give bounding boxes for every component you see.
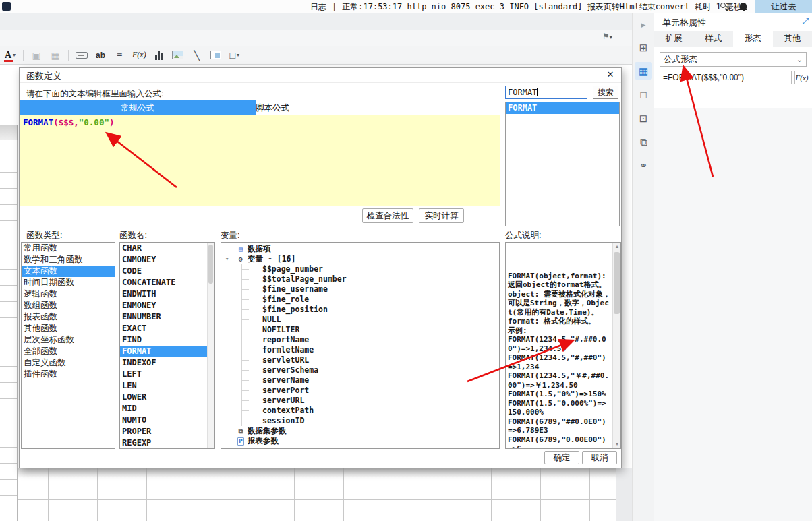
function-name-item[interactable]: EXACT <box>120 323 214 334</box>
grid-icon[interactable]: ▦ <box>49 48 61 63</box>
variable-tree-item[interactable]: ▤数据项 <box>221 244 499 254</box>
search-icon[interactable] <box>720 3 728 11</box>
panel-tab[interactable]: 扩展 <box>654 31 694 47</box>
ok-button[interactable]: 确定 <box>544 451 579 464</box>
function-name-item[interactable]: LOWER <box>120 392 214 403</box>
function-name-item[interactable]: ENMONEY <box>120 300 214 311</box>
search-button[interactable]: 搜索 <box>593 86 618 99</box>
search-result-item[interactable]: FORMAT <box>506 102 619 114</box>
pointer-icon[interactable]: ╲ <box>191 48 203 63</box>
chart-icon[interactable] <box>153 48 165 63</box>
formula-tab[interactable]: 常规公式 <box>20 100 256 115</box>
function-name-item[interactable]: FORMAT <box>120 346 214 357</box>
check-validity-button[interactable]: 检查合法性 <box>362 208 413 223</box>
shape-type-dropdown[interactable]: 公式形态 ⌄ <box>660 52 807 67</box>
cell-element-panel-button[interactable]: □ <box>635 86 652 103</box>
function-name-item[interactable]: ENDWITH <box>120 288 214 300</box>
scrollbar[interactable] <box>207 243 214 448</box>
text-label-button[interactable]: ab <box>94 48 107 63</box>
function-name-item[interactable]: CONCATENATE <box>120 277 214 288</box>
function-name-item[interactable]: CHAR <box>120 243 214 254</box>
export-flag-button[interactable]: ⚑▾ <box>602 32 612 41</box>
merge-cells-icon[interactable]: ▣ <box>30 48 42 63</box>
formula-button[interactable]: F(x) <box>132 48 146 63</box>
skip-button[interactable]: 让过去 <box>755 0 812 13</box>
formula-editor[interactable]: FORMAT($$$,"0.00") <box>20 115 500 206</box>
function-name-item[interactable]: REGEXP <box>120 437 214 449</box>
scroll-down-icon[interactable]: ▼ <box>613 440 621 448</box>
hyperlink-panel-button[interactable]: ⚭ <box>635 156 652 174</box>
text-field-icon[interactable] <box>76 48 88 63</box>
sheet-corner-cell[interactable] <box>0 125 18 140</box>
variable-tree-item[interactable]: $fine_role <box>221 295 499 305</box>
function-name-item[interactable]: CNMONEY <box>120 254 214 266</box>
float-element-panel-button[interactable]: ⧉ <box>635 133 652 150</box>
function-type-item[interactable]: 时间日期函数 <box>22 277 115 288</box>
function-type-item[interactable]: 层次坐标函数 <box>22 334 115 346</box>
panel-tab[interactable]: 样式 <box>694 31 734 47</box>
bell-icon[interactable] <box>739 2 747 11</box>
function-name-item[interactable]: FIND <box>120 334 214 346</box>
cell-attributes-panel-button[interactable]: ▦ <box>635 62 652 80</box>
variable-tree-item[interactable]: contextPath <box>221 406 499 416</box>
function-name-item[interactable]: ENNUMBER <box>120 311 214 323</box>
template-panel-button[interactable]: ⊞ <box>635 38 652 56</box>
formula-tab[interactable]: 脚本公式 <box>256 100 289 115</box>
spreadsheet-grid[interactable] <box>18 468 616 521</box>
function-type-item[interactable]: 全部函数 <box>22 346 115 357</box>
scrollbar-thumb[interactable] <box>208 245 213 284</box>
variable-tree-item[interactable]: $fine_position <box>221 305 499 315</box>
variable-tree-item[interactable]: formletName <box>221 345 499 355</box>
function-name-item[interactable]: CODE <box>120 266 214 277</box>
frame-image-icon[interactable] <box>210 48 222 63</box>
function-name-item[interactable]: MID <box>120 403 214 415</box>
function-type-item[interactable]: 常用函数 <box>22 243 115 254</box>
cancel-button[interactable]: 取消 <box>582 451 617 464</box>
panel-tab[interactable]: 其他 <box>773 31 812 47</box>
variable-tree-item[interactable]: ⚙变量 - [16] <box>221 254 499 264</box>
function-type-item[interactable]: 自定义函数 <box>22 357 115 369</box>
align-icon[interactable]: ≡ <box>113 48 125 63</box>
widget-settings-panel-button[interactable]: ⊡ <box>635 109 652 127</box>
variable-tree-item[interactable]: $$page_number <box>221 264 499 274</box>
shape-formula-input[interactable]: =FORMAT($$$,"0.00") <box>660 71 792 84</box>
function-type-item[interactable]: 报表函数 <box>22 311 115 323</box>
close-icon[interactable]: ✕ <box>605 69 616 80</box>
variable-tree-item[interactable]: serverSchema <box>221 365 499 375</box>
function-type-item[interactable]: 文本函数 <box>22 266 115 277</box>
function-type-item[interactable]: 逻辑函数 <box>22 288 115 300</box>
image-icon[interactable] <box>172 48 184 63</box>
function-search-input[interactable]: FORMAT <box>505 86 587 99</box>
font-color-button[interactable]: A▾ <box>4 48 16 63</box>
variable-tree-item[interactable]: $fine_username <box>221 284 499 295</box>
function-type-item[interactable]: 数组函数 <box>22 300 115 311</box>
function-name-item[interactable]: LEN <box>120 380 214 392</box>
variable-tree-item[interactable]: serverPort <box>221 386 499 396</box>
function-type-item[interactable]: 数学和三角函数 <box>22 254 115 266</box>
panel-tab[interactable]: 形态 <box>733 31 773 47</box>
function-name-item[interactable]: NUMTO <box>120 415 214 426</box>
variable-tree-item[interactable]: sessionID <box>221 416 499 426</box>
function-type-item[interactable]: 其他函数 <box>22 323 115 334</box>
scrollbar-thumb[interactable] <box>614 252 620 314</box>
variable-tree-item[interactable]: ⧉数据集参数 <box>221 426 499 436</box>
variable-tree-item[interactable]: NOFILTER <box>221 325 499 335</box>
variable-tree-item[interactable]: $$totalPage_number <box>221 274 499 284</box>
variable-tree-item[interactable]: P报表参数 <box>221 436 499 446</box>
variable-tree-item[interactable]: serverName <box>221 375 499 386</box>
variable-tree-item[interactable]: NULL <box>221 315 499 325</box>
scroll-up-icon[interactable]: ▲ <box>613 243 621 251</box>
scrollbar[interactable]: ▲ ▼ <box>612 243 620 448</box>
border-button[interactable]: □▾ <box>229 48 241 63</box>
collapse-panel-icon[interactable]: ▶ <box>641 18 646 32</box>
live-compute-button[interactable]: 实时计算 <box>419 208 464 223</box>
variable-tree-item[interactable]: serverURL <box>221 396 499 406</box>
function-name-item[interactable]: PROPER <box>120 426 214 437</box>
sheet-row-headers[interactable] <box>0 140 18 521</box>
function-name-item[interactable]: LEFT <box>120 369 214 380</box>
pin-icon[interactable]: ⤢ <box>802 16 809 26</box>
fx-edit-button[interactable]: F(x) <box>794 71 809 84</box>
variable-tree-item[interactable]: servletURL <box>221 355 499 365</box>
function-type-item[interactable]: 插件函数 <box>22 369 115 380</box>
variable-tree-item[interactable]: reportName <box>221 335 499 345</box>
